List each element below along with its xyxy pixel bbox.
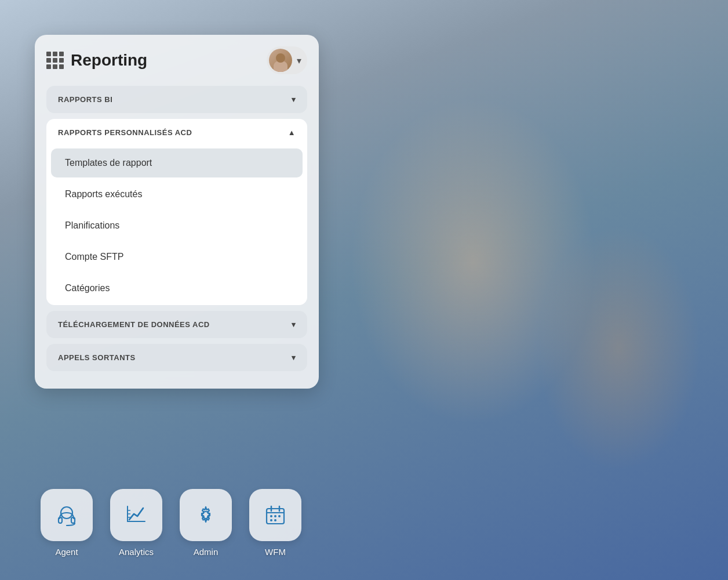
nav-label-wfm: WFM — [265, 547, 286, 557]
app-header: Reporting ▾ — [46, 46, 307, 74]
main-panel: Reporting ▾ RAPPORTS BI ▾ RAPPORTS PERSO… — [35, 35, 319, 389]
menu-item-categories[interactable]: Catégories — [51, 274, 303, 303]
accordion-rapports-personnalises: RAPPORTS PERSONNALISÉS ACD ▲ Templates d… — [46, 119, 307, 305]
app-title: Reporting — [71, 51, 147, 70]
accordion-header-appels-sortants[interactable]: Appels sortants ▾ — [46, 344, 307, 371]
avatar — [269, 49, 292, 72]
svg-rect-4 — [127, 506, 128, 522]
menu-item-planifications[interactable]: Planifications — [51, 211, 303, 240]
accordion-telechargement: TÉLÉCHARGEMENT DE DONNÉES ACD ▾ — [46, 311, 307, 338]
accordion-chevron-telechargement: ▾ — [292, 320, 296, 329]
analytics-icon — [123, 502, 149, 528]
grid-icon[interactable] — [46, 52, 64, 69]
accordion-label-appels-sortants: Appels sortants — [58, 353, 136, 362]
nav-item-wfm[interactable]: WFM — [241, 489, 310, 557]
accordion-chevron-rapports-personnalises: ▲ — [288, 128, 296, 137]
accordion-rapports-bi: RAPPORTS BI ▾ — [46, 86, 307, 113]
nav-icon-wrapper-analytics — [110, 489, 162, 541]
menu-item-compte-sftp[interactable]: Compte SFTP — [51, 242, 303, 271]
svg-point-16 — [270, 519, 272, 521]
menu-item-rapports-executes[interactable]: Rapports exécutés — [51, 180, 303, 209]
wfm-icon — [263, 502, 288, 528]
accordion-header-rapports-bi[interactable]: RAPPORTS BI ▾ — [46, 86, 307, 113]
accordion-chevron-rapports-bi: ▾ — [292, 95, 296, 104]
accordion-label-telechargement: TÉLÉCHARGEMENT DE DONNÉES ACD — [58, 320, 210, 329]
svg-point-17 — [274, 519, 276, 521]
accordion-content-rapports-personnalises: Templates de rapport Rapports exécutés P… — [46, 148, 307, 303]
svg-rect-3 — [127, 521, 145, 522]
nav-label-agent: Agent — [55, 547, 78, 557]
headset-icon — [54, 502, 79, 528]
admin-icon — [193, 502, 219, 528]
nav-item-admin[interactable]: Admin — [171, 489, 241, 557]
header-left: Reporting — [46, 51, 147, 70]
accordion-label-rapports-bi: RAPPORTS BI — [58, 95, 112, 104]
menu-item-templates[interactable]: Templates de rapport — [51, 148, 303, 177]
user-menu-chevron: ▾ — [297, 55, 301, 66]
accordion-appels-sortants: Appels sortants ▾ — [46, 344, 307, 371]
nav-icon-wrapper-admin — [180, 489, 232, 541]
accordion-label-rapports-personnalises: RAPPORTS PERSONNALISÉS ACD — [58, 128, 192, 137]
nav-label-analytics: Analytics — [119, 547, 154, 557]
accordion-header-telechargement[interactable]: TÉLÉCHARGEMENT DE DONNÉES ACD ▾ — [46, 311, 307, 338]
svg-point-15 — [278, 515, 281, 517]
nav-item-analytics[interactable]: Analytics — [101, 489, 171, 557]
nav-icon-wrapper-wfm — [249, 489, 301, 541]
nav-icon-wrapper-agent — [41, 489, 93, 541]
nav-label-admin: Admin — [194, 547, 219, 557]
nav-item-agent[interactable]: Agent — [32, 489, 101, 557]
svg-point-14 — [274, 515, 276, 517]
svg-point-13 — [270, 515, 272, 517]
bottom-nav: Agent Analytics — [0, 477, 728, 580]
accordion-header-rapports-personnalises[interactable]: RAPPORTS PERSONNALISÉS ACD ▲ — [46, 119, 307, 146]
accordion-chevron-appels-sortants: ▾ — [292, 353, 296, 362]
user-menu[interactable]: ▾ — [267, 46, 307, 74]
